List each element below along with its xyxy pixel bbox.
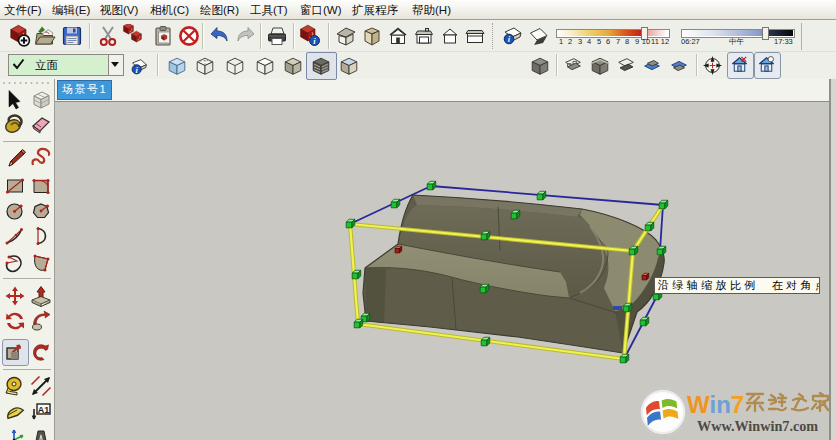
svg-text:Www.Winwin7.com: Www.Winwin7.com — [697, 418, 818, 434]
svg-text:Win7: Win7 — [687, 391, 744, 418]
